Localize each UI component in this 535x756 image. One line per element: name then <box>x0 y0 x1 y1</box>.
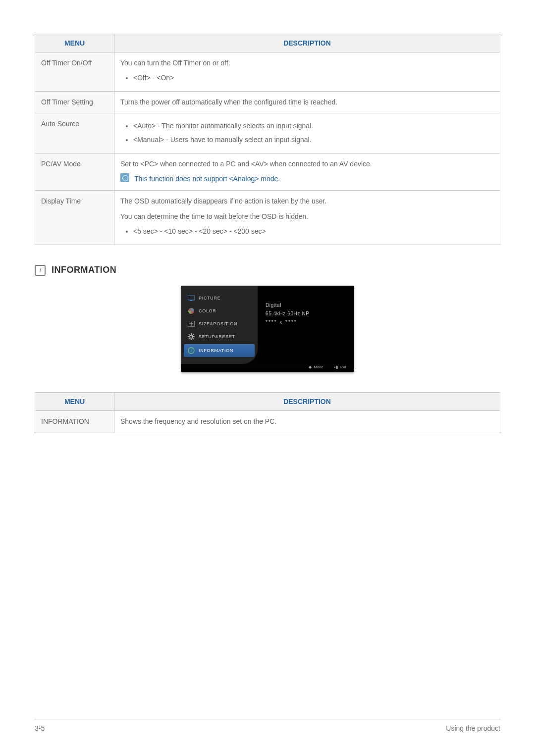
description-option: <5 sec> - <10 sec> - <20 sec> - <200 sec… <box>133 226 494 238</box>
osd-info-signal: Digital <box>266 302 346 308</box>
menu-description: The OSD automatically disappears if no a… <box>114 190 500 245</box>
svg-line-9 <box>189 334 190 335</box>
updown-icon: ◆ <box>309 365 312 369</box>
color-icon <box>188 307 195 314</box>
exit-icon: ▪▮ <box>334 365 338 369</box>
menu-description: Turns the power off automatically when t… <box>114 91 500 113</box>
menu-name: Off Timer Setting <box>35 91 114 113</box>
column-header-description: DESCRIPTION <box>114 34 500 52</box>
menu-description: Shows the frequency and resolution set o… <box>114 410 500 433</box>
note-icon <box>120 173 129 182</box>
menu-description: You can turn the Off Timer on or off. <O… <box>114 52 500 92</box>
osd-footer: ◆ Move ▪▮ Exit <box>181 364 354 371</box>
note-text: This function does not support <Analog> … <box>134 173 280 185</box>
size-position-icon <box>188 320 195 327</box>
osd-menu-item-picture: PICTURE <box>181 292 258 304</box>
section-title: INFORMATION <box>52 265 116 275</box>
svg-rect-0 <box>188 295 195 300</box>
page-footer: 3-5 Using the product <box>35 719 500 732</box>
menu-name: Auto Source <box>35 113 114 153</box>
menu-description: <Auto> - The monitor automatically selec… <box>114 113 500 153</box>
menu-description: Set to <PC> when connected to a PC and <… <box>114 153 500 190</box>
osd-menu-label: SIZE&POSITION <box>199 321 237 326</box>
svg-point-4 <box>190 335 193 338</box>
osd-menu-label: INFORMATION <box>199 348 233 353</box>
osd-menu-item-setup-reset: SETUP&RESET <box>181 330 258 343</box>
osd-footer-exit: ▪▮ Exit <box>334 365 346 369</box>
svg-rect-1 <box>190 300 192 301</box>
menu-name: PC/AV Mode <box>35 153 114 190</box>
osd-info-panel: Digital 65.4kHz 60Hz NP **** x **** <box>258 286 354 364</box>
table-row: Display Time The OSD automatically disap… <box>35 190 500 245</box>
svg-text:i: i <box>190 348 192 353</box>
menu-name: Display Time <box>35 190 114 245</box>
information-menu-table: MENU DESCRIPTION INFORMATION Shows the f… <box>35 392 500 433</box>
description-option: <Manual> - Users have to manually select… <box>133 134 494 146</box>
description-text: You can turn the Off Timer on or off. <box>120 57 494 69</box>
osd-screenshot: PICTURE COLOR SIZE&POSITION <box>181 286 354 372</box>
osd-footer-label: Move <box>314 365 323 369</box>
osd-menu-label: SETUP&RESET <box>199 334 235 339</box>
description-option: <Off> - <On> <box>133 72 494 84</box>
osd-menu-item-size-position: SIZE&POSITION <box>181 317 258 330</box>
osd-info-frequency: 65.4kHz 60Hz NP <box>266 311 346 316</box>
table-row: PC/AV Mode Set to <PC> when connected to… <box>35 153 500 190</box>
osd-footer-label: Exit <box>340 365 346 369</box>
table-row: INFORMATION Shows the frequency and reso… <box>35 410 500 433</box>
osd-menu-list: PICTURE COLOR SIZE&POSITION <box>181 286 258 364</box>
menu-name: Off Timer On/Off <box>35 52 114 92</box>
column-header-menu: MENU <box>35 392 114 410</box>
svg-line-11 <box>189 338 190 339</box>
section-name: Using the product <box>446 724 500 732</box>
page-number: 3-5 <box>35 724 45 732</box>
description-text: You can determine the time to wait befor… <box>120 211 494 223</box>
description-text: The OSD automatically disappears if no a… <box>120 196 494 207</box>
svg-line-10 <box>193 338 194 339</box>
information-circle-icon: i <box>188 347 195 354</box>
table-row: Off Timer On/Off You can turn the Off Ti… <box>35 52 500 92</box>
column-header-menu: MENU <box>35 34 114 52</box>
description-option: <Auto> - The monitor automatically selec… <box>133 120 494 132</box>
osd-menu-label: COLOR <box>199 308 216 313</box>
setup-menu-table: MENU DESCRIPTION Off Timer On/Off You ca… <box>35 34 500 245</box>
picture-icon <box>188 295 195 302</box>
osd-footer-move: ◆ Move <box>309 365 323 369</box>
svg-line-12 <box>193 334 194 335</box>
osd-menu-label: PICTURE <box>199 296 220 301</box>
osd-menu-item-color: COLOR <box>181 304 258 317</box>
table-row: Auto Source <Auto> - The monitor automat… <box>35 113 500 153</box>
column-header-description: DESCRIPTION <box>114 392 500 410</box>
osd-info-resolution: **** x **** <box>266 319 346 325</box>
description-text: Set to <PC> when connected to a PC and <… <box>120 158 494 170</box>
section-heading-information: i INFORMATION <box>35 265 500 276</box>
osd-menu-item-information: i INFORMATION <box>184 344 255 357</box>
table-row: Off Timer Setting Turns the power off au… <box>35 91 500 113</box>
menu-name: INFORMATION <box>35 410 114 433</box>
information-icon: i <box>35 265 46 276</box>
gear-icon <box>188 333 195 340</box>
